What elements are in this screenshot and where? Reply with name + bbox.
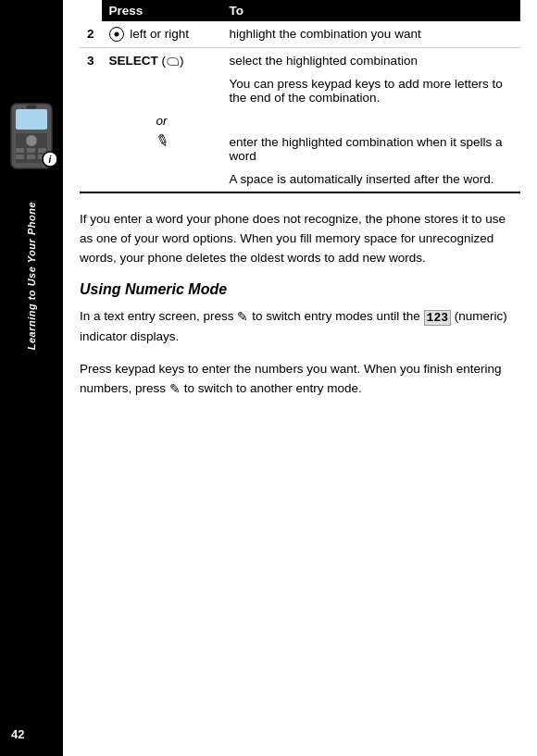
press-cell-3: SELECT () xyxy=(102,48,222,74)
svg-rect-1 xyxy=(16,109,47,130)
table-row-final: A space is automatically inserted after … xyxy=(80,168,520,192)
phone-illustration: i xyxy=(6,102,56,174)
col-header-num xyxy=(80,0,102,21)
instruction-table: Press To 2 left or right highlight the c… xyxy=(80,0,520,193)
svg-point-3 xyxy=(26,135,37,146)
to-cell-3a: select the highlighted combination xyxy=(222,48,520,74)
col-header-to: To xyxy=(222,0,520,21)
nav-icon xyxy=(109,27,124,42)
row-num-3: 3 xyxy=(80,48,102,74)
body-paragraph-3: Press keypad keys to enter the numbers y… xyxy=(80,360,520,400)
sidebar-label: Learning to Use Your Phone xyxy=(26,202,37,350)
para2-pencil-icon: ✎ xyxy=(237,309,252,324)
to-cell-3b: You can press keypad keys to add more le… xyxy=(222,73,520,112)
svg-point-12 xyxy=(26,105,37,109)
table-row-sub: You can press keypad keys to add more le… xyxy=(80,73,520,112)
or-label-cell: or xyxy=(102,112,222,130)
svg-text:i: i xyxy=(49,155,52,165)
page-number: 42 xyxy=(11,727,24,741)
body-paragraph-1: If you enter a word your phone does not … xyxy=(80,210,520,268)
select-label: SELECT xyxy=(109,54,158,68)
press-cell-2: left or right xyxy=(102,21,222,48)
para2-indicator: 123 xyxy=(424,310,451,326)
svg-rect-5 xyxy=(27,148,35,153)
close-paren: ) xyxy=(180,54,184,68)
svg-rect-4 xyxy=(16,148,24,153)
main-content: Press To 2 left or right highlight the c… xyxy=(63,0,537,756)
table-row: 2 left or right highlight the combinatio… xyxy=(80,21,520,48)
para3-pencil-icon: ✎ xyxy=(169,381,184,396)
svg-rect-7 xyxy=(16,155,24,159)
svg-rect-6 xyxy=(38,148,46,153)
menu-sym xyxy=(167,57,179,66)
svg-rect-8 xyxy=(27,155,35,159)
para2-text1: In a text entry screen, press xyxy=(80,310,234,324)
stylus-icon: ✎ xyxy=(152,130,170,154)
para2-text2: to switch entry modes until the xyxy=(252,310,420,324)
sidebar: i Learning to Use Your Phone 42 xyxy=(0,0,63,756)
to-cell-2: highlight the combination you want xyxy=(222,21,520,48)
table-row-stylus: ✎ enter the highlighted combination when… xyxy=(80,130,520,168)
to-cell-3c: enter the highlighted combination when i… xyxy=(222,130,520,168)
section-heading: Using Numeric Mode xyxy=(80,281,520,298)
body-paragraph-2: In a text entry screen, press ✎ to switc… xyxy=(80,307,520,347)
col-header-press: Press xyxy=(102,0,222,21)
row-num-2: 2 xyxy=(80,21,102,48)
table-row-or: or xyxy=(80,112,520,130)
table-row: 3 SELECT () select the highlighted combi… xyxy=(80,48,520,74)
stylus-cell: ✎ xyxy=(102,130,222,168)
para3-text2: to switch to another entry mode. xyxy=(184,381,362,395)
select-paren: ( xyxy=(162,54,167,68)
to-cell-3d: A space is automatically inserted after … xyxy=(222,168,520,192)
